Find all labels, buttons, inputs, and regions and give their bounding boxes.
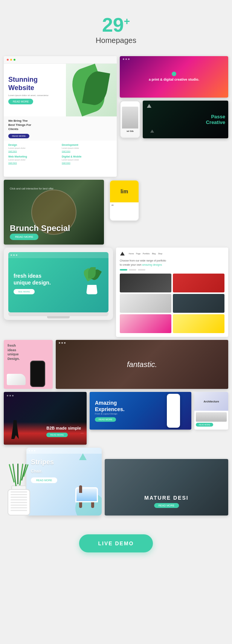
phone-person-img: [122, 107, 138, 128]
print-studio-card: a print & digital creative studio.: [120, 56, 228, 98]
bring-btn[interactable]: READ MORE: [8, 134, 29, 138]
teal-dot-deco: [172, 72, 176, 76]
live-demo-section: LIVE DEMO: [0, 527, 232, 564]
phone-mockup-daniel: iel Gib: [120, 101, 140, 138]
b2b-nav: [7, 395, 14, 396]
b2b-title: B2B made simple: [46, 426, 81, 430]
architecture-card: Architecture READ MORE: [194, 392, 228, 430]
service-design: Design Lorem ipsum dolor read more: [8, 144, 59, 152]
phone-yellow-top: lim: [110, 181, 139, 202]
bring-section: We Bring TheBest Things ForClients READ …: [4, 116, 117, 141]
mountain-icon: [147, 104, 152, 108]
fantastic-title: fantastic.: [127, 360, 157, 369]
dots-deco: [147, 104, 152, 108]
amazing-arch-row: AmazingExpriences. Front & Layout Design…: [90, 392, 228, 430]
bring-title: We Bring TheBest Things ForClients: [8, 119, 112, 132]
amazing-title: AmazingExpriences.: [95, 400, 125, 413]
phone-yellow-bottom: on: [110, 202, 139, 208]
page-wrapper: 29+ Homepages StunningWebsite Lorem ipsu…: [0, 0, 232, 579]
amazing-btn[interactable]: READ MORE: [95, 417, 116, 422]
chair-body: [75, 487, 98, 502]
hero-right: [66, 64, 117, 116]
stripes-content: StripesChair. READ MORE: [26, 454, 102, 488]
stripes-title: StripesChair.: [31, 458, 97, 474]
count-plus: +: [124, 15, 130, 27]
plant-leaves: [84, 267, 99, 286]
brunch-text: Brunch Special: [10, 223, 70, 233]
phone-name-text: iel Gib: [127, 130, 133, 132]
portfolio-card: Home Page Portfolio Blog Shop Choose fro…: [116, 248, 228, 337]
header: 29+ Homepages: [0, 0, 232, 56]
laptop-content: fresh ideasunique design. SEE MORE: [8, 258, 108, 300]
laptop-screen: fresh ideasunique design. SEE MORE: [8, 252, 108, 312]
hero-section: StunningWebsite Lorem ipsum dolor sit am…: [4, 64, 117, 116]
pink-phone-card: freshideasuniqueDesign.: [4, 340, 53, 389]
phone-yellow-card: lim on: [109, 180, 139, 221]
pink-card-text: freshideasuniqueDesign.: [8, 344, 20, 361]
portfolio-tab-active[interactable]: [120, 269, 127, 271]
row4: freshideasuniqueDesign. fantastic.: [4, 340, 228, 389]
portfolio-grid: [120, 274, 224, 333]
service-development: Development Lorem ipsum dolor read more: [62, 144, 112, 152]
chair-leg-right: [91, 502, 94, 508]
brunch-btn[interactable]: READ MORE: [10, 234, 38, 240]
fantastic-text: fantastic.: [56, 340, 228, 389]
plant-stripes-section: StripesChair. READ MORE: [4, 448, 102, 516]
b2b-text: B2B made simple READ MORE: [46, 426, 81, 437]
phone-screen: iel Gib: [121, 101, 140, 138]
portfolio-tab-2[interactable]: [138, 269, 145, 271]
row2-right: trendy&creative. lim on: [107, 180, 228, 221]
portfolio-nav-links: Home Page Portfolio Blog Shop: [129, 252, 162, 255]
portfolio-tab-1[interactable]: [129, 269, 136, 271]
count-display: 29+: [8, 15, 224, 35]
stunning-subtitle: Lorem ipsum dolor sit amet, consectetur: [8, 94, 61, 96]
laptop-headline: fresh ideasunique design. SEE MORE: [14, 272, 51, 294]
arch-btn[interactable]: READ MORE: [196, 423, 213, 427]
vase-body: [8, 489, 30, 516]
laptop-stand: [47, 316, 70, 318]
mature-btn[interactable]: READ MORE: [154, 503, 179, 508]
laptop-card: fresh ideasunique design. SEE MORE: [4, 248, 113, 320]
brunch-title: Brunch Special: [10, 223, 70, 233]
amazing-card: AmazingExpriences. Front & Layout Design…: [90, 392, 191, 430]
chair-image: [73, 485, 100, 508]
hero-left: StunningWebsite Lorem ipsum dolor sit am…: [4, 64, 66, 116]
print-studio-text: a print & digital creative studio.: [149, 72, 199, 82]
laptop-btn[interactable]: SEE MORE: [14, 289, 35, 294]
portfolio-description: Choose from our wide range of portfolio …: [120, 259, 224, 267]
row1: StunningWebsite Lorem ipsum dolor sit am…: [4, 56, 228, 177]
vase-ribs: [8, 490, 29, 515]
dot-red: [7, 59, 9, 61]
arch-top: Architecture: [194, 392, 228, 411]
b2b-menu-dots: ···: [81, 431, 84, 435]
laptop-plant: [81, 264, 103, 294]
stripes-btn[interactable]: READ MORE: [31, 477, 57, 483]
pink-phone-mockup: [30, 361, 45, 387]
arch-building-img: [196, 412, 227, 422]
header-subtitle: Homepages: [8, 36, 224, 45]
grass-blades: [4, 463, 34, 486]
stripes-chair-card: StripesChair. READ MORE: [26, 448, 102, 516]
leaf-bg: [66, 64, 117, 116]
laptop-title: fresh ideasunique design.: [14, 272, 51, 286]
amazing-subtitle: Front & Layout Design: [95, 413, 125, 415]
svg-marker-0: [147, 104, 151, 108]
phone-amazing: [167, 394, 180, 428]
row1-right: a print & digital creative studio. iel G…: [120, 56, 228, 138]
stripes-deco-triangle: [79, 453, 87, 460]
dot-yellow: [10, 59, 12, 61]
arch-bottom: READ MORE: [194, 411, 228, 428]
stunning-title: StunningWebsite: [8, 76, 61, 92]
brunch-card: Click and call interactive for best offe…: [4, 180, 104, 245]
stunning-btn[interactable]: READ MORE: [8, 99, 33, 104]
row6: StripesChair. READ MORE: [4, 448, 228, 516]
count-number: 29: [102, 14, 124, 36]
row5: B2B made simple READ MORE ··· AmazingExp…: [4, 392, 228, 445]
passe-creative-card: PasseCreative: [143, 101, 228, 138]
mature-title: MATURE DESI: [144, 495, 188, 501]
plant-vase: [4, 463, 34, 516]
shoe-image: [7, 374, 26, 385]
b2b-btn[interactable]: READ MORE: [46, 433, 67, 437]
live-demo-button[interactable]: LIVE DEMO: [79, 534, 153, 552]
b2b-card: B2B made simple READ MORE ···: [4, 392, 87, 445]
